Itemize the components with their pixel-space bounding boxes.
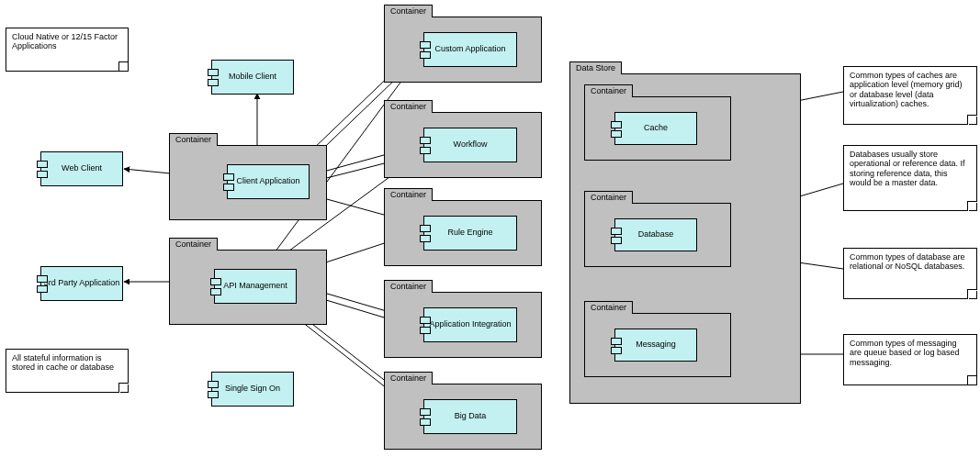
component-label: Messaging [636, 340, 676, 350]
note-db-ref: Databases usually store operational or r… [843, 145, 977, 211]
container-database: Container Database [584, 203, 731, 267]
component-label: 3rd Party Application [44, 279, 120, 288]
component-api-mgmt: API Management [214, 269, 297, 304]
component-rule-engine: Rule Engine [423, 216, 517, 251]
container-api-mgmt: Container API Management [169, 250, 327, 325]
container-tab: Container [584, 84, 633, 97]
note-messaging: Common types of messaging are queue base… [843, 334, 977, 385]
container-workflow: Container Workflow [384, 112, 542, 178]
component-messaging: Messaging [614, 329, 697, 362]
container-tab: Container [384, 372, 433, 384]
container-tab: Container [584, 301, 633, 314]
component-mobile-client: Mobile Client [211, 60, 294, 95]
container-tab: Container [169, 133, 218, 146]
component-label: Single Sign On [225, 384, 280, 394]
component-third-party: 3rd Party Application [40, 266, 123, 301]
container-tab: Container [169, 238, 218, 251]
component-client-app: Client Application [227, 164, 310, 199]
container-app-integration: Container Application Integration [384, 292, 542, 358]
component-label: Application Integration [429, 320, 511, 329]
component-cache: Cache [614, 112, 697, 145]
container-cache: Container Cache [584, 96, 731, 161]
component-label: API Management [223, 282, 287, 291]
note-db-types: Common types of database are relational … [843, 248, 977, 299]
component-label: Workflow [454, 140, 488, 150]
container-tab: Container [384, 188, 433, 201]
note-text: All stateful information is stored in ca… [12, 353, 114, 372]
container-custom-app: Container Custom Application [384, 17, 542, 83]
container-big-data: Container Big Data [384, 384, 542, 450]
component-sso: Single Sign On [211, 372, 294, 407]
note-text: Common types of messaging are queue base… [850, 339, 960, 367]
container-tab: Data Store [569, 61, 622, 74]
component-label: Custom Application [434, 45, 505, 54]
component-label: Web Client [62, 164, 102, 173]
component-big-data: Big Data [423, 399, 517, 434]
component-label: Big Data [455, 412, 487, 421]
container-tab: Container [384, 5, 433, 17]
note-text: Cloud Native or 12/15 Factor Application… [12, 32, 118, 50]
container-tab: Container [384, 280, 433, 293]
container-messaging: Container Messaging [584, 313, 731, 377]
container-data-store: Data Store Container Cache Container Dat… [569, 73, 801, 404]
note-text: Common types of caches are application l… [850, 71, 963, 108]
note-text: Common types of database are relational … [850, 252, 965, 271]
container-tab: Container [584, 191, 633, 204]
note-text: Databases usually store operational or r… [850, 150, 965, 187]
component-web-client: Web Client [40, 151, 123, 186]
component-label: Client Application [236, 177, 299, 186]
component-database: Database [614, 218, 697, 251]
note-cache: Common types of caches are application l… [843, 66, 977, 125]
container-tab: Container [384, 100, 433, 113]
component-label: Database [638, 230, 674, 240]
component-label: Cache [644, 124, 668, 133]
component-custom-app: Custom Application [423, 32, 517, 67]
component-label: Rule Engine [447, 228, 492, 238]
component-label: Mobile Client [229, 72, 276, 82]
component-app-integration: Application Integration [423, 307, 517, 342]
note-stateful: All stateful information is stored in ca… [6, 349, 129, 393]
note-cloud-native: Cloud Native or 12/15 Factor Application… [6, 28, 129, 72]
container-rule-engine: Container Rule Engine [384, 200, 542, 266]
container-client-app: Container Client Application [169, 145, 327, 220]
component-workflow: Workflow [423, 128, 517, 162]
